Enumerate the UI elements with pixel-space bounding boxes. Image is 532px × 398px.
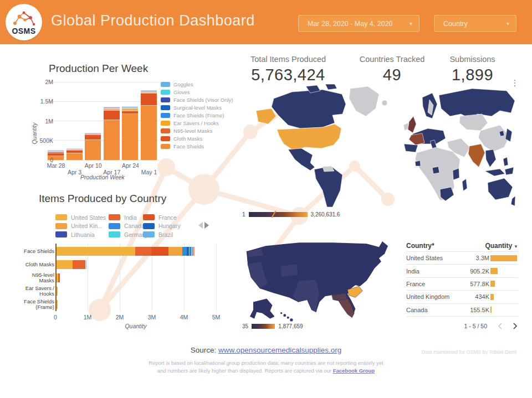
legend-prev-icon[interactable] <box>198 222 203 229</box>
cell-quantity: 905.2K <box>462 268 489 275</box>
bar-segment <box>57 300 58 309</box>
stat-value: 1,899 <box>435 66 510 84</box>
stacked-bar-ear-savers-hooks[interactable] <box>57 287 222 296</box>
bar-segment <box>141 105 157 160</box>
legend-label: Lithuania <box>71 231 95 238</box>
stat-label: Total Items Produced <box>236 55 341 64</box>
world-choropleth-map[interactable] <box>239 82 516 208</box>
legend-swatch <box>143 231 155 237</box>
x-tick-label: Apr 17 <box>101 169 123 175</box>
cell-bar <box>490 268 518 274</box>
stacked-bar-apr-24[interactable] <box>122 107 138 160</box>
bar-row: Face Shields (Frame) <box>17 298 222 311</box>
y-tick-label: 1.5M <box>31 98 53 105</box>
legend-item: Face Shields <box>161 142 233 150</box>
legend-swatch <box>161 144 170 149</box>
chevron-down-icon: ▾ <box>507 20 509 27</box>
legend-item: Germany <box>109 230 143 239</box>
facebook-group-link[interactable]: Facebook Group <box>333 368 375 374</box>
bar-segment <box>122 110 138 111</box>
cell-country: France <box>406 281 462 287</box>
color-gradient-bar <box>252 324 275 329</box>
legend-swatch <box>109 231 120 237</box>
bar-segment <box>122 106 138 107</box>
table-pagination: 1 - 5 / 50 <box>406 322 518 330</box>
bar-segment <box>182 247 187 256</box>
stacked-bar-n95-level-masks[interactable] <box>57 273 222 282</box>
cell-quantity: 577.8K <box>462 281 489 287</box>
x-tick-label: 5M <box>208 314 224 321</box>
stacked-bar-apr-10[interactable] <box>85 133 101 160</box>
production-per-week-chart[interactable]: Quantity Production Week GogglesGlovesFa… <box>0 77 233 185</box>
legend-label: N95-level Masks <box>173 128 212 134</box>
legend-swatch <box>161 121 170 126</box>
bar-segment <box>104 110 120 119</box>
bar-segment <box>104 108 120 110</box>
legend-label: Face Shields (Visor Only) <box>173 97 233 103</box>
sort-desc-icon: ▼ <box>514 244 518 249</box>
plot-area[interactable] <box>47 82 159 160</box>
scale-max: 1,877,659 <box>278 323 303 329</box>
cell-quantity: 3.3M <box>462 255 489 261</box>
bar-segment <box>48 150 64 151</box>
legend-label: Face Shields (Frame) <box>173 112 224 118</box>
date-range-dropdown[interactable]: Mar 28, 2020 - May 4, 2020 ▾ <box>298 15 420 32</box>
page-title: Global Production Dashboard <box>51 12 255 29</box>
x-tick-label: May 1 <box>138 169 160 175</box>
cell-quantity: 434K <box>462 293 489 300</box>
bar-segment <box>141 91 157 92</box>
source-label: Source: <box>191 346 217 354</box>
table-row[interactable]: France577.8K <box>406 277 518 290</box>
legend-label: Brazil <box>158 231 173 238</box>
us-choropleth-map[interactable] <box>237 237 401 324</box>
chart-legend: GogglesGlovesFace Shields (Visor Only)Su… <box>161 81 233 150</box>
scale-max: 3,260,631.6 <box>311 211 340 218</box>
legend-swatch <box>109 214 120 220</box>
quantity-bar <box>490 255 517 261</box>
disclaimer-line-1: Report is based on local/national group … <box>0 360 532 366</box>
legend-label: United Kin... <box>71 223 103 229</box>
stacked-bar-may-1[interactable] <box>141 91 157 160</box>
x-tick-label: Apr 3 <box>64 169 86 175</box>
bar-segment <box>104 107 120 107</box>
legend-next-icon[interactable] <box>204 222 209 229</box>
bar-segment <box>141 92 157 92</box>
stacked-bar-face-shields-frame-[interactable] <box>57 300 222 309</box>
table-row[interactable]: India905.2K <box>406 264 518 277</box>
table-row[interactable]: United Kingdom434K <box>406 290 518 303</box>
plot-area[interactable]: Face ShieldsCloth MasksN95-level MasksEa… <box>17 245 222 311</box>
stacked-bar-cloth-masks[interactable] <box>57 260 222 269</box>
legend-swatch <box>161 113 170 118</box>
x-tick-label: 2M <box>111 314 128 321</box>
stacked-bar-apr-17[interactable] <box>104 107 120 160</box>
legend-swatch <box>143 214 155 220</box>
bar-segment <box>48 152 64 153</box>
column-header-quantity[interactable]: Quantity▼ <box>485 242 518 250</box>
logo-text: OSMS <box>12 27 35 35</box>
bar-segment <box>59 273 60 282</box>
bar-segment <box>66 149 83 150</box>
table-header: Country* Quantity▼ <box>406 240 518 251</box>
bar-row: Cloth Masks <box>17 258 222 271</box>
stat-submissions: Submissions 1,899 <box>435 55 510 84</box>
source-link[interactable]: www.opensourcemedicalsupplies.org <box>218 346 341 354</box>
stacked-bar-face-shields[interactable] <box>57 247 222 256</box>
stacked-bar-apr-3[interactable] <box>66 148 83 160</box>
prev-page-icon[interactable] <box>497 322 503 330</box>
table-row[interactable]: Canada155.5K <box>406 303 518 316</box>
bar-segment <box>193 247 195 256</box>
legend-item: Surgical-level Masks <box>161 104 233 112</box>
gradient-marker <box>272 210 277 218</box>
column-header-country[interactable]: Country* <box>406 242 434 250</box>
items-by-country-chart[interactable]: Face ShieldsCloth MasksN95-level MasksEa… <box>17 244 222 332</box>
country-filter-dropdown[interactable]: Country ▾ <box>434 15 516 32</box>
table-row[interactable]: United States3.3M <box>406 251 518 264</box>
kebab-menu-icon[interactable]: ⋮ <box>510 77 520 89</box>
legend-item: Cloth Masks <box>161 135 233 142</box>
bar-segment <box>141 90 157 91</box>
legend-item: United States <box>55 213 109 222</box>
world-map-color-scale: 1 3,260,631.6 <box>242 211 340 218</box>
legend-item: France <box>143 213 193 222</box>
next-page-icon[interactable] <box>513 322 518 330</box>
category-label: Face Shields <box>17 249 54 255</box>
